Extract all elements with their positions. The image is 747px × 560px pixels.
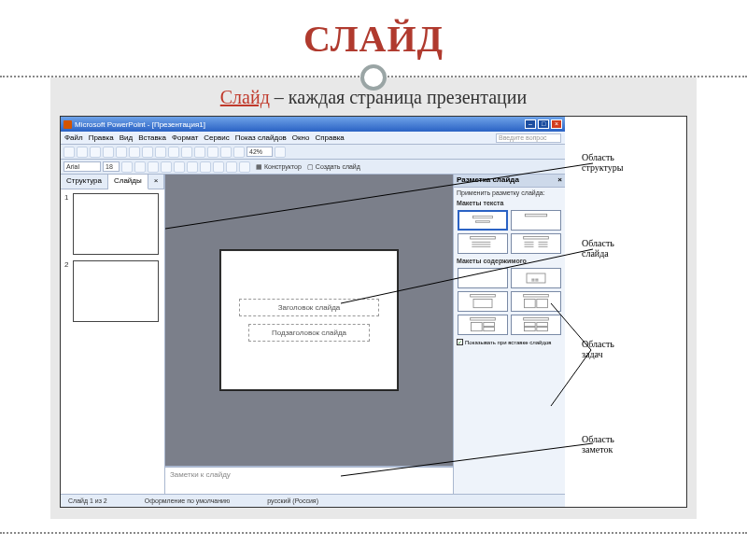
layout-two-content[interactable]: [511, 291, 561, 312]
font-select[interactable]: Arial: [63, 161, 101, 172]
save-button[interactable]: [90, 147, 101, 158]
fontsize-select[interactable]: 18: [103, 161, 120, 172]
konstructor-link[interactable]: ▦ Конструктор: [256, 163, 302, 171]
decorative-ring: [360, 64, 387, 91]
menu-tools[interactable]: Сервис: [204, 133, 229, 142]
taskpane-section-content: Макеты содержимого: [454, 256, 565, 266]
checkbox-icon: ✓: [457, 339, 463, 345]
taskpane-show-checkbox[interactable]: ✓ Показывать при вставке слайдов: [454, 337, 565, 347]
taskpane-close-icon[interactable]: ×: [557, 175, 562, 186]
outline-close-icon[interactable]: ×: [148, 175, 165, 189]
minimize-button[interactable]: –: [525, 119, 536, 129]
new-slide-link[interactable]: ▢ Создать слайд: [307, 163, 360, 171]
menu-insert[interactable]: Вставка: [138, 133, 166, 142]
svg-rect-27: [537, 323, 548, 327]
tab-slides[interactable]: Слайды: [108, 175, 148, 189]
new-button[interactable]: [63, 147, 75, 158]
slide-thumbnails: 1 2: [61, 189, 164, 494]
zoom-select[interactable]: 42%: [247, 147, 273, 157]
layout-two-col[interactable]: [511, 233, 561, 254]
status-bar: Слайд 1 из 2 Оформление по умолчанию рус…: [61, 494, 565, 507]
menu-format[interactable]: Формат: [172, 133, 198, 142]
help-button[interactable]: [275, 147, 286, 158]
svg-rect-19: [525, 300, 536, 308]
italic-button[interactable]: [134, 161, 146, 173]
svg-rect-17: [473, 300, 492, 308]
table-button[interactable]: [220, 147, 232, 158]
layout-content[interactable]: ▦▦: [511, 268, 561, 288]
underline-button[interactable]: [148, 161, 159, 173]
svg-rect-20: [537, 300, 548, 308]
redo-button[interactable]: [194, 147, 205, 158]
cut-button[interactable]: [142, 147, 153, 158]
menu-edit[interactable]: Правка: [89, 133, 114, 142]
layout-blank[interactable]: [458, 268, 508, 288]
svg-rect-2: [525, 214, 546, 217]
bold-button[interactable]: [121, 161, 133, 173]
layout-title[interactable]: [458, 210, 508, 231]
subtitle-placeholder[interactable]: Подзаголовок слайда: [248, 324, 370, 342]
menu-slideshow[interactable]: Показ слайдов: [235, 133, 287, 142]
thumb-1[interactable]: [73, 193, 159, 255]
menu-bar: Файл Правка Вид Вставка Формат Сервис По…: [61, 132, 565, 145]
open-button[interactable]: [77, 147, 88, 158]
standard-toolbar: 42%: [61, 145, 565, 160]
spell-button[interactable]: [129, 147, 140, 158]
annot-tasks: Областьзадач: [582, 339, 614, 359]
undo-button[interactable]: [181, 147, 192, 158]
increase-font-button[interactable]: [226, 161, 237, 173]
svg-rect-18: [524, 295, 549, 298]
svg-rect-21: [471, 318, 496, 321]
copy-button[interactable]: [155, 147, 166, 158]
powerpoint-screenshot: Microsoft PowerPoint - [Презентация1] – …: [60, 116, 687, 508]
layout-four-content[interactable]: [511, 315, 561, 335]
question-box[interactable]: Введите вопрос: [496, 133, 561, 143]
thumb-num-2: 2: [64, 260, 70, 322]
page-title: СЛАЙД: [0, 0, 747, 61]
menu-window[interactable]: Окно: [292, 133, 310, 142]
svg-rect-7: [524, 237, 549, 240]
svg-rect-3: [471, 237, 496, 240]
svg-rect-26: [525, 323, 536, 327]
align-right-button[interactable]: [200, 161, 211, 173]
app-window: Microsoft PowerPoint - [Презентация1] – …: [61, 117, 565, 507]
maximize-button[interactable]: □: [538, 119, 549, 129]
titlebar-text: Microsoft PowerPoint - [Презентация1]: [75, 120, 205, 129]
menu-view[interactable]: Вид: [120, 133, 133, 142]
svg-rect-28: [525, 328, 536, 331]
content-frame: Слайд – каждая страница презентации Micr…: [50, 77, 697, 519]
tab-structure[interactable]: Структура: [61, 175, 108, 189]
close-button[interactable]: ×: [551, 119, 562, 129]
outline-tabs: Структура Слайды ×: [61, 175, 164, 189]
print-button[interactable]: [103, 147, 114, 158]
thumb-2[interactable]: [73, 260, 159, 322]
paste-button[interactable]: [168, 147, 179, 158]
object-button[interactable]: [233, 147, 245, 158]
chart-button[interactable]: [207, 147, 218, 158]
decrease-font-button[interactable]: [239, 161, 250, 173]
bullets-button[interactable]: [213, 161, 224, 173]
shadow-button[interactable]: [161, 161, 172, 173]
align-left-button[interactable]: [174, 161, 185, 173]
notes-pane[interactable]: Заметки к слайду: [165, 466, 453, 494]
layout-title-only[interactable]: [511, 210, 561, 231]
menu-file[interactable]: Файл: [64, 133, 83, 142]
dashed-divider-bottom: [0, 532, 747, 534]
layout-three-content[interactable]: [458, 315, 508, 335]
layout-title-content[interactable]: [458, 291, 508, 312]
title-placeholder[interactable]: Заголовок слайда: [239, 299, 379, 316]
align-center-button[interactable]: [187, 161, 198, 173]
taskpane-apply-label: Применить разметку слайда:: [454, 188, 565, 198]
svg-rect-22: [472, 323, 483, 331]
outline-pane: Структура Слайды × 1 2: [61, 175, 165, 494]
annot-structure: Областьструктуры: [582, 152, 623, 173]
preview-button[interactable]: [116, 147, 127, 158]
status-lang: русский (Россия): [267, 497, 318, 504]
titlebar: Microsoft PowerPoint - [Презентация1] – …: [61, 117, 565, 132]
menu-help[interactable]: Справка: [315, 133, 344, 142]
layout-bullets[interactable]: [458, 233, 508, 254]
thumb-num-1: 1: [64, 193, 70, 255]
slide-canvas[interactable]: Заголовок слайда Подзаголовок слайда: [220, 250, 398, 390]
svg-rect-0: [473, 217, 493, 218]
definition-rest: – каждая страница презентации: [270, 87, 527, 107]
